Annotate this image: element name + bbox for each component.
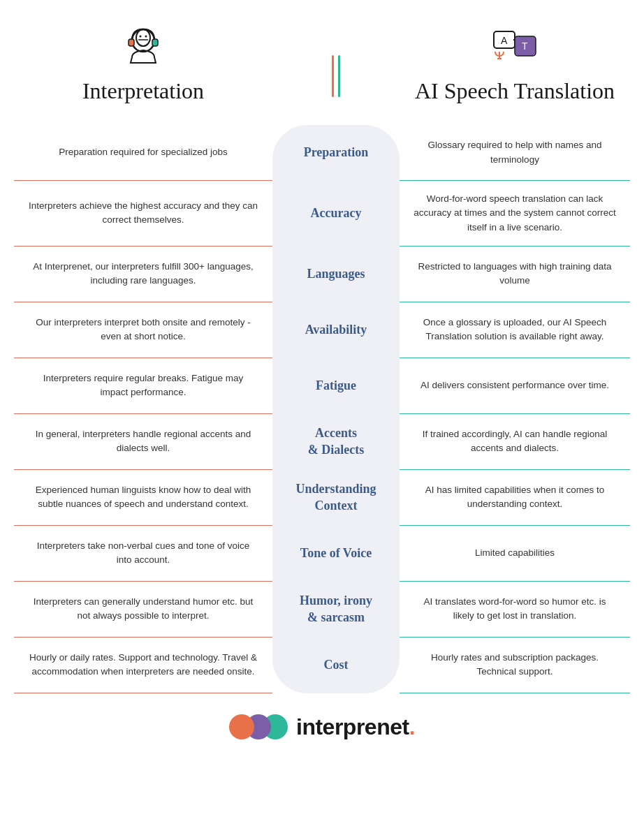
interpretation-title: Interpretation xyxy=(82,78,204,104)
right-cell: If trained accordingly, AI can handle re… xyxy=(400,414,630,470)
circle-orange xyxy=(229,714,254,739)
center-cell: Languages xyxy=(272,246,400,302)
logo-name: interprenet xyxy=(296,714,409,739)
svg-text:T: T xyxy=(522,40,528,52)
comparison-row: Experienced human linguists know how to … xyxy=(14,470,630,526)
svg-rect-3 xyxy=(152,39,158,46)
comparison-row: Our interpreters interpret both onsite a… xyxy=(14,302,630,358)
right-cell: AI delivers consistent performance over … xyxy=(400,358,630,414)
center-cell: Humor, irony & sarcasm xyxy=(272,582,400,637)
header-left: Interpretation xyxy=(14,21,272,104)
right-cell: Once a glossary is uploaded, our AI Spee… xyxy=(400,302,630,358)
page-wrapper: Interpretation A xyxy=(0,0,644,768)
left-cell: At Interprenet, our interpreters fulfill… xyxy=(14,246,272,302)
center-divider xyxy=(332,55,340,97)
divider-line-right xyxy=(338,55,340,97)
left-cell: Our interpreters interpret both onsite a… xyxy=(14,302,272,358)
svg-text:A: A xyxy=(501,35,508,46)
category-label: Preparation xyxy=(304,145,369,161)
category-label: Accuracy xyxy=(311,205,362,221)
comparison-row: Interpreters achieve the highest accurac… xyxy=(14,181,630,246)
svg-point-5 xyxy=(140,36,142,38)
comparison-row: In general, interpreters handle regional… xyxy=(14,414,630,470)
category-label: Accents & Dialects xyxy=(308,425,364,458)
ai-speech-title: AI Speech Translation xyxy=(415,78,615,104)
right-cell: Limited capabilities xyxy=(400,526,630,582)
category-label: Humor, irony & sarcasm xyxy=(300,593,372,626)
logo-text: interprenet. xyxy=(296,714,415,740)
right-cell: AI translates word-for-word so humor etc… xyxy=(400,582,630,637)
center-cell: Availability xyxy=(272,302,400,358)
left-cell: Preparation required for specialized job… xyxy=(14,125,272,181)
right-cell: Word-for-word speech translation can lac… xyxy=(400,181,630,246)
center-cell: Fatigue xyxy=(272,358,400,414)
right-cell: Restricted to languages with high traini… xyxy=(400,246,630,302)
svg-point-6 xyxy=(145,36,147,38)
category-label: Availability xyxy=(305,322,367,338)
comparison-table: Preparation required for specialized job… xyxy=(14,125,630,693)
right-cell: Glossary required to help with names and… xyxy=(400,125,630,181)
center-cell: Cost xyxy=(272,637,400,693)
left-cell: Interpreters can generally understand hu… xyxy=(14,582,272,637)
center-cell: Understanding Context xyxy=(272,470,400,526)
comparison-row: Hourly or daily rates. Support and techn… xyxy=(14,637,630,693)
logo-circles xyxy=(229,714,288,739)
center-cell: Accuracy xyxy=(272,181,400,246)
comparison-row: Preparation required for specialized job… xyxy=(14,125,630,181)
footer-logo: interprenet. xyxy=(229,714,415,740)
category-label: Cost xyxy=(324,657,349,673)
right-cell: Hourly rates and subscription packages. … xyxy=(400,637,630,693)
comparison-row: At Interprenet, our interpreters fulfill… xyxy=(14,246,630,302)
header-center xyxy=(272,55,400,104)
divider-line-left xyxy=(332,55,334,97)
svg-point-1 xyxy=(136,29,150,46)
left-cell: In general, interpreters handle regional… xyxy=(14,414,272,470)
svg-rect-2 xyxy=(129,39,134,46)
left-cell: Interpreters achieve the highest accurac… xyxy=(14,181,272,246)
right-cell: AI has limited capabilities when it come… xyxy=(400,470,630,526)
comparison-row: Interpreters can generally understand hu… xyxy=(14,582,630,637)
category-label: Understanding Context xyxy=(295,481,376,514)
category-label: Fatigue xyxy=(316,378,356,394)
interpreter-icon xyxy=(115,21,171,70)
left-cell: Interpreters take non-verbal cues and to… xyxy=(14,526,272,582)
left-cell: Hourly or daily rates. Support and techn… xyxy=(14,637,272,693)
header-right: A T AI Speech Translation xyxy=(400,21,630,104)
logo-dot: . xyxy=(409,714,415,739)
category-label: Tone of Voice xyxy=(300,545,372,561)
left-cell: Experienced human linguists know how to … xyxy=(14,470,272,526)
header: Interpretation A xyxy=(14,21,630,104)
comparison-row: Interpreters take non-verbal cues and to… xyxy=(14,526,630,582)
center-cell: Tone of Voice xyxy=(272,526,400,582)
ai-speech-icon: A T xyxy=(487,21,543,70)
comparison-row: Interpreters require regular breaks. Fat… xyxy=(14,358,630,414)
left-cell: Interpreters require regular breaks. Fat… xyxy=(14,358,272,414)
center-cell: Preparation xyxy=(272,125,400,181)
center-cell: Accents & Dialects xyxy=(272,414,400,470)
category-label: Languages xyxy=(307,266,365,282)
